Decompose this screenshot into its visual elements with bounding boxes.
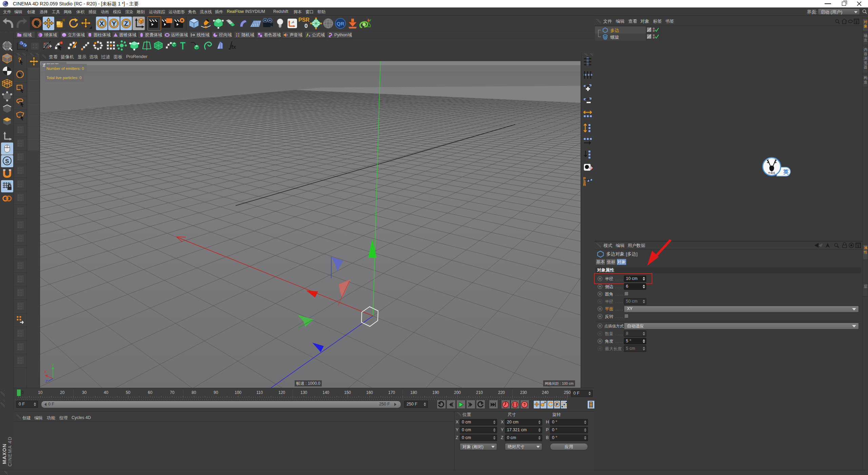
svg-text:R: R [583,183,586,186]
svg-text:?: ? [523,402,526,407]
svg-text:竹鹿名: 竹鹿名 [768,171,775,174]
svg-text:P: P [556,402,558,406]
